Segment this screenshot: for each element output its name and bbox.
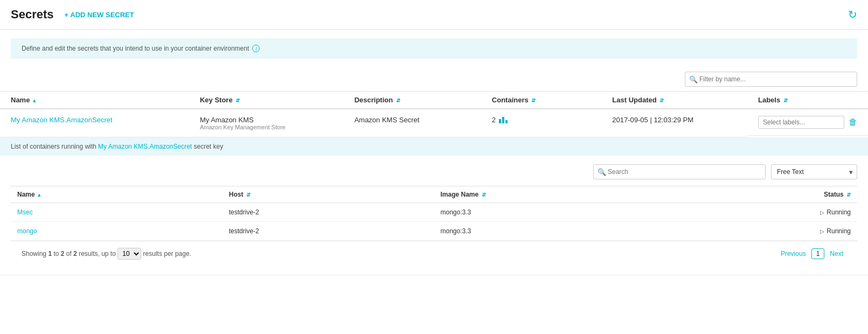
inner-col-header-host[interactable]: Host ⇵ [223,186,434,203]
containers-cell: 2 [481,109,601,137]
sort-icon-updated: ⇵ [659,98,664,103]
bar-3 [505,120,508,123]
status-text-1: Running [827,227,851,235]
container-bars [499,117,508,123]
container-row-1: mongo testdrive-2 mongo:3.3 ▷ Running [11,222,857,241]
page-header: Secrets + ADD NEW SECRET ↻ [0,0,868,30]
filter-dropdown-wrap: Free Text [771,164,857,179]
of-label: of [66,250,73,258]
container-image-1: mongo:3.3 [434,222,688,241]
to-label: to [53,250,60,258]
bar-1 [499,119,501,123]
key-store-sub: Amazon Key Management Store [200,124,333,130]
container-row-0: Msec testdrive-2 mongo:3.3 ▷ Running [11,203,857,222]
page-from: 1 [48,250,52,258]
container-name-0: Msec [11,203,223,222]
inner-col-header-name[interactable]: Name ▴ [11,186,223,203]
container-name-link-0[interactable]: Msec [17,208,33,216]
col-header-lastupdated[interactable]: Last Updated ⇵ [601,92,747,109]
filter-type-dropdown[interactable]: Free Text [771,164,857,179]
inner-sort-icon-name: ▴ [38,192,40,198]
info-icon: i [252,45,260,52]
last-updated-text: 2017-09-05 | 12:03:29 PM [612,116,693,124]
table-row: My Amazon KMS.AmazonSecret My Amazon KMS… [0,109,868,137]
info-text: Define and edit the secrets that you int… [22,45,249,52]
previous-button[interactable]: Previous [777,249,809,259]
inner-search-icon: 🔍 [598,168,606,176]
inner-table-header-row: Name ▴ Host ⇵ Image Name ⇵ Status ⇵ [11,186,857,203]
container-name-link-1[interactable]: mongo [17,227,37,235]
col-header-containers[interactable]: Containers ⇵ [481,92,601,109]
inner-search-input[interactable] [593,164,766,179]
col-header-name[interactable]: Name ▴ [0,92,189,109]
sort-icon-desc: ⇵ [396,98,400,103]
containers-count: 2 [492,116,496,124]
secrets-table: Name ▴ Key Store ⇵ Description ⇵ Contain… [0,91,868,275]
pagination-text: Showing 1 to 2 of 2 results, up to 10 re… [22,248,773,260]
expanded-row: List of containers running with My Amazo… [0,137,868,275]
info-banner: Define and edit the secrets that you int… [11,38,857,59]
refresh-icon[interactable]: ↻ [848,8,857,21]
inner-col-header-status[interactable]: Status ⇵ [688,186,857,203]
page-title: Secrets [11,8,54,22]
labels-input[interactable] [758,116,844,129]
containers-table: Name ▴ Host ⇵ Image Name ⇵ Status ⇵ [11,186,857,241]
filter-bar: 🔍 [0,67,868,91]
inner-sort-icon-status: ⇵ [846,192,851,198]
container-host-1: testdrive-2 [223,222,434,241]
results-text: results per page. [143,250,191,258]
container-status-0: ▷ Running [688,203,857,222]
inner-controls: 🔍 Free Text [11,164,857,179]
description-cell: Amazon KMS Secret [344,109,481,137]
expanded-banner-highlight: My Amazon KMS.AmazonSecret [98,143,192,150]
container-name-1: mongo [11,222,223,241]
expanded-banner: List of containers running with My Amazo… [0,137,868,156]
inner-col-header-image[interactable]: Image Name ⇵ [434,186,688,203]
inner-search-wrap: 🔍 [593,164,766,179]
sort-icon-name: ▴ [33,98,36,103]
table-header-row: Name ▴ Key Store ⇵ Description ⇵ Contain… [0,92,868,109]
expanded-cell: List of containers running with My Amazo… [0,137,868,275]
filter-search-icon: 🔍 [689,75,698,84]
container-image-0: mongo:3.3 [434,203,688,222]
description-text: Amazon KMS Secret [355,116,420,124]
key-store-name: My Amazon KMS [200,116,333,124]
page-to: 2 [61,250,65,258]
last-updated-cell: 2017-09-05 | 12:03:29 PM [601,109,747,137]
pagination-nav: Previous 1 Next [777,248,846,259]
results-suffix: results, up to [79,250,116,258]
bar-2 [502,117,504,123]
filter-input-wrap: 🔍 [685,72,857,87]
labels-cell: 🗑 [747,109,868,136]
inner-sort-icon-image: ⇵ [482,192,486,198]
expanded-content: 🔍 Free Text [0,156,868,275]
sort-icon-labels: ⇵ [783,98,788,103]
key-store-cell: My Amazon KMS Amazon Key Management Stor… [189,109,344,137]
expanded-banner-suffix: secret key [194,143,224,150]
sort-icon-keystore: ⇵ [235,98,240,103]
pagination-bar: Showing 1 to 2 of 2 results, up to 10 re… [11,241,857,266]
showing-prefix: Showing [22,250,48,258]
current-page: 1 [811,248,825,259]
sort-icon-containers: ⇵ [531,98,536,103]
page-total: 2 [73,250,77,258]
play-icon-0: ▷ [820,210,824,215]
secret-name-cell: My Amazon KMS.AmazonSecret [0,109,189,137]
play-icon-1: ▷ [820,228,824,234]
add-new-secret-button[interactable]: + ADD NEW SECRET [65,11,134,19]
filter-input[interactable] [685,72,857,87]
secret-name-link[interactable]: My Amazon KMS.AmazonSecret [11,116,113,124]
container-host-0: testdrive-2 [223,203,434,222]
col-header-keystore[interactable]: Key Store ⇵ [189,92,344,109]
next-button[interactable]: Next [827,249,846,259]
per-page-select[interactable]: 10 [117,248,141,260]
delete-icon[interactable]: 🗑 [849,117,857,127]
col-header-labels[interactable]: Labels ⇵ [747,92,868,109]
status-text-0: Running [827,208,851,216]
col-header-description[interactable]: Description ⇵ [344,92,481,109]
container-status-1: ▷ Running [688,222,857,241]
inner-sort-icon-host: ⇵ [246,192,251,198]
expanded-banner-prefix: List of containers running with [11,143,98,150]
